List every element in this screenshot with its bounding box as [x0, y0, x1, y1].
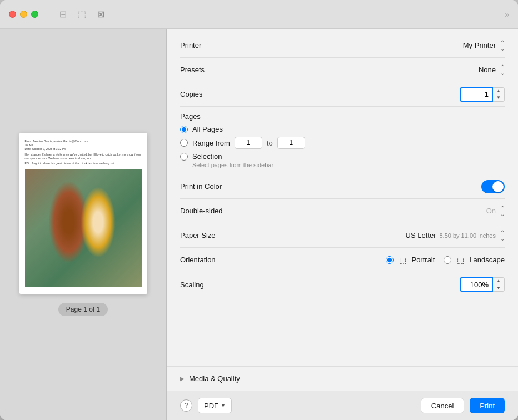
- copies-increment-button[interactable]: ▲: [493, 88, 504, 94]
- scaling-decrement-button[interactable]: ▼: [493, 284, 504, 291]
- printer-stepper-icon: ⌃⌄: [500, 39, 505, 52]
- print-color-value: [481, 180, 505, 193]
- titlebar: ⊟ ⬚ ⊠ »: [0, 0, 518, 29]
- print-color-row: Print in Color: [180, 174, 505, 199]
- all-pages-radio[interactable]: [180, 126, 188, 133]
- presets-row: Presets None ⌃⌄: [180, 58, 505, 82]
- close-x-icon[interactable]: ⊠: [97, 9, 104, 19]
- double-sided-value[interactable]: On ⌃⌄: [486, 205, 505, 217]
- main-content: From: Jasmine Garcia jasmine.Garcia@iClo…: [0, 29, 518, 420]
- preview-email-header: From: Jasmine Garcia jasmine.Garcia@iClo…: [25, 139, 142, 166]
- pdf-button[interactable]: PDF ▼: [198, 398, 232, 413]
- paper-size-value[interactable]: US Letter 8.50 by 11.00 inches ⌃⌄: [406, 229, 505, 242]
- traffic-lights: [9, 11, 38, 18]
- scaling-input[interactable]: [460, 277, 493, 292]
- selection-label[interactable]: Selection: [192, 152, 222, 161]
- footer: ? PDF ▼ Cancel Print: [167, 391, 518, 420]
- pdf-label: PDF: [204, 402, 218, 410]
- pdf-chevron-icon: ▼: [221, 403, 226, 408]
- printer-value[interactable]: My Printer ⌃⌄: [463, 39, 505, 52]
- preview-panel: From: Jasmine Garcia jasmine.Garcia@iClo…: [0, 29, 167, 420]
- range-to-input[interactable]: [277, 137, 305, 149]
- cancel-button[interactable]: Cancel: [421, 398, 464, 413]
- copies-stepper: ▲ ▼: [460, 87, 505, 102]
- footer-actions: Cancel Print: [421, 398, 505, 413]
- orientation-row: Orientation ⬚ Portrait ⬚ Landscape: [180, 248, 505, 272]
- selection-radio[interactable]: [180, 153, 188, 161]
- trash-icon[interactable]: ⬚: [78, 9, 86, 19]
- copies-label: Copies: [180, 90, 252, 98]
- paper-size-row: Paper Size US Letter 8.50 by 11.00 inche…: [180, 223, 505, 248]
- paper-size-dims: 8.50 by 11.00 inches: [439, 232, 496, 239]
- titlebar-toolbar: ⊟ ⬚ ⊠: [59, 9, 104, 19]
- printer-label: Printer: [180, 41, 252, 49]
- print-color-label: Print in Color: [180, 182, 252, 191]
- print-dialog: ⊟ ⬚ ⊠ » From: Jasmine Garcia jasmine.Gar…: [0, 0, 518, 420]
- toolbar-expand-icon[interactable]: »: [505, 10, 509, 19]
- copies-value: ▲ ▼: [460, 87, 505, 102]
- help-button[interactable]: ?: [180, 399, 192, 412]
- selection-note: Select pages from the sidebar: [192, 162, 505, 168]
- range-row: Range from to: [180, 137, 505, 149]
- landscape-label: Landscape: [469, 256, 505, 264]
- printer-row: Printer My Printer ⌃⌄: [180, 33, 505, 58]
- portrait-option[interactable]: ⬚ Portrait: [386, 254, 435, 266]
- landscape-option[interactable]: ⬚ Landscape: [444, 254, 505, 266]
- archive-icon[interactable]: ⊟: [59, 9, 67, 19]
- pages-section: Pages All Pages Range from to Se: [180, 107, 505, 174]
- orientation-label: Orientation: [180, 256, 252, 264]
- preview-photo: [25, 169, 142, 287]
- media-quality-section[interactable]: ▶ Media & Quality: [167, 366, 518, 391]
- paper-size-stepper-icon: ⌃⌄: [500, 229, 505, 242]
- scaling-stepper-buttons: ▲ ▼: [493, 277, 505, 292]
- landscape-radio[interactable]: [444, 256, 451, 264]
- range-to-label: to: [267, 139, 273, 147]
- presets-label: Presets: [180, 66, 252, 74]
- page-indicator: Page 1 of 1: [58, 303, 108, 316]
- presets-stepper-icon: ⌃⌄: [500, 64, 505, 76]
- all-pages-row: All Pages: [180, 125, 505, 133]
- range-from-input[interactable]: [235, 137, 262, 149]
- all-pages-label[interactable]: All Pages: [192, 125, 223, 133]
- double-sided-row: Double-sided On ⌃⌄: [180, 199, 505, 223]
- minimize-button[interactable]: [20, 11, 27, 18]
- maximize-button[interactable]: [31, 11, 38, 18]
- double-sided-stepper-icon: ⌃⌄: [500, 205, 505, 217]
- orientation-options: ⬚ Portrait ⬚ Landscape: [386, 254, 505, 266]
- range-pages-radio[interactable]: [180, 139, 188, 147]
- preview-page: From: Jasmine Garcia jasmine.Garcia@iClo…: [19, 133, 147, 294]
- selection-row: Selection: [180, 152, 505, 161]
- portrait-radio[interactable]: [386, 256, 394, 264]
- portrait-label: Portrait: [411, 256, 435, 264]
- media-quality-label: Media & Quality: [189, 374, 240, 383]
- scaling-stepper: ▲ ▼: [460, 277, 505, 292]
- scaling-row: Scaling ▲ ▼: [180, 272, 505, 297]
- range-from-label[interactable]: Range from: [192, 139, 230, 147]
- double-sided-label: Double-sided: [180, 207, 252, 215]
- presets-value[interactable]: None ⌃⌄: [479, 64, 505, 76]
- scaling-value: ▲ ▼: [460, 277, 505, 292]
- landscape-icon: ⬚: [455, 254, 466, 266]
- media-quality-arrow-icon: ▶: [180, 376, 185, 382]
- scaling-increment-button[interactable]: ▲: [493, 278, 504, 284]
- pages-label: Pages: [180, 112, 505, 121]
- portrait-icon: ⬚: [397, 254, 408, 266]
- print-color-toggle[interactable]: [481, 180, 505, 193]
- print-button[interactable]: Print: [470, 398, 505, 413]
- copies-row: Copies ▲ ▼: [180, 82, 505, 107]
- scaling-label: Scaling: [180, 281, 252, 289]
- paper-size-label: Paper Size: [180, 231, 252, 239]
- copies-decrement-button[interactable]: ▼: [493, 94, 504, 101]
- copies-input[interactable]: [460, 87, 493, 102]
- copies-stepper-buttons: ▲ ▼: [493, 87, 505, 102]
- settings-panel: Printer My Printer ⌃⌄ Presets None ⌃⌄: [167, 29, 518, 420]
- close-button[interactable]: [9, 11, 16, 18]
- settings-rows: Printer My Printer ⌃⌄ Presets None ⌃⌄: [167, 29, 518, 366]
